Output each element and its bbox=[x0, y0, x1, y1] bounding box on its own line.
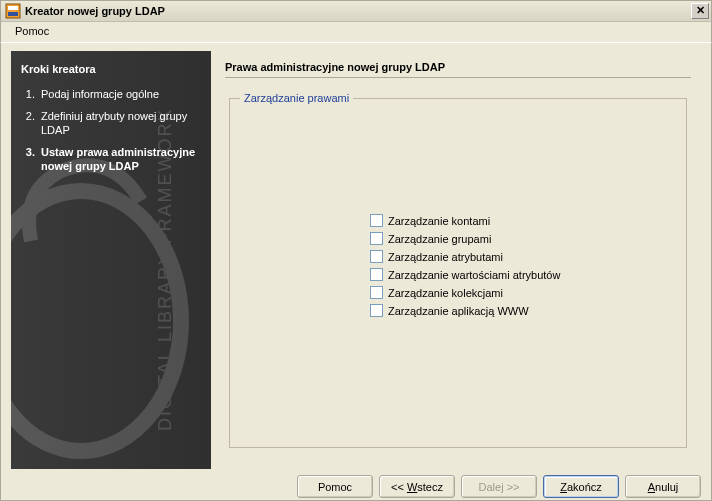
rights-groupbox: Zarządzanie prawami Zarządzanie kontami … bbox=[229, 98, 687, 448]
checkbox-row: Zarządzanie wartościami atrybutów bbox=[370, 268, 560, 281]
svg-rect-2 bbox=[8, 12, 18, 16]
menu-help[interactable]: Pomoc bbox=[9, 23, 55, 39]
cancel-button[interactable]: Anuluj bbox=[625, 475, 701, 498]
checkbox-label: Zarządzanie kontami bbox=[388, 215, 490, 227]
checkbox-accounts[interactable] bbox=[370, 214, 383, 227]
checkbox-www-app[interactable] bbox=[370, 304, 383, 317]
checkbox-attribute-values[interactable] bbox=[370, 268, 383, 281]
checkbox-row: Zarządzanie aplikacją WWW bbox=[370, 304, 560, 317]
checkbox-row: Zarządzanie atrybutami bbox=[370, 250, 560, 263]
svg-point-3 bbox=[11, 191, 181, 451]
client-area: DIGITAL LIBRARY FRAMEWORK Kroki kreatora… bbox=[0, 42, 712, 501]
sidebar-heading: Kroki kreatora bbox=[21, 63, 201, 75]
checkbox-row: Zarządzanie kolekcjami bbox=[370, 286, 560, 299]
wizard-sidebar: DIGITAL LIBRARY FRAMEWORK Kroki kreatora… bbox=[11, 51, 211, 469]
close-button[interactable]: ✕ bbox=[691, 3, 709, 19]
help-button[interactable]: Pomoc bbox=[297, 475, 373, 498]
checkbox-groups[interactable] bbox=[370, 232, 383, 245]
wizard-step-label: Zdefiniuj atrybuty nowej grupy LDAP bbox=[41, 109, 201, 137]
window-title: Kreator nowej grupy LDAP bbox=[25, 5, 165, 17]
checkbox-label: Zarządzanie atrybutami bbox=[388, 251, 503, 263]
button-row: Pomoc << Wstecz Dalej >> Zakończ Anuluj bbox=[11, 469, 701, 498]
menubar: Pomoc bbox=[0, 22, 712, 42]
next-button: Dalej >> bbox=[461, 475, 537, 498]
checkbox-label: Zarządzanie grupami bbox=[388, 233, 491, 245]
wizard-step-3: 3. Ustaw prawa administracyjne nowej gru… bbox=[21, 145, 201, 173]
wizard-step-2: 2. Zdefiniuj atrybuty nowej grupy LDAP bbox=[21, 109, 201, 137]
content-pane: Prawa administracyjne nowej grupy LDAP Z… bbox=[211, 51, 701, 469]
checkbox-label: Zarządzanie wartościami atrybutów bbox=[388, 269, 560, 281]
groupbox-legend: Zarządzanie prawami bbox=[240, 92, 353, 104]
checkbox-label: Zarządzanie kolekcjami bbox=[388, 287, 503, 299]
checkbox-collections[interactable] bbox=[370, 286, 383, 299]
checkbox-attributes[interactable] bbox=[370, 250, 383, 263]
wizard-step-label: Podaj informacje ogólne bbox=[41, 87, 159, 101]
wizard-step-label: Ustaw prawa administracyjne nowej grupy … bbox=[41, 145, 201, 173]
wizard-step-1: 1. Podaj informacje ogólne bbox=[21, 87, 201, 101]
finish-button[interactable]: Zakończ bbox=[543, 475, 619, 498]
checkbox-row: Zarządzanie grupami bbox=[370, 232, 560, 245]
titlebar: Kreator nowej grupy LDAP ✕ bbox=[0, 0, 712, 22]
checkbox-label: Zarządzanie aplikacją WWW bbox=[388, 305, 529, 317]
back-button[interactable]: << Wstecz bbox=[379, 475, 455, 498]
page-title: Prawa administracyjne nowej grupy LDAP bbox=[225, 61, 691, 78]
svg-rect-1 bbox=[8, 6, 18, 10]
app-icon bbox=[5, 3, 21, 19]
checkbox-row: Zarządzanie kontami bbox=[370, 214, 560, 227]
